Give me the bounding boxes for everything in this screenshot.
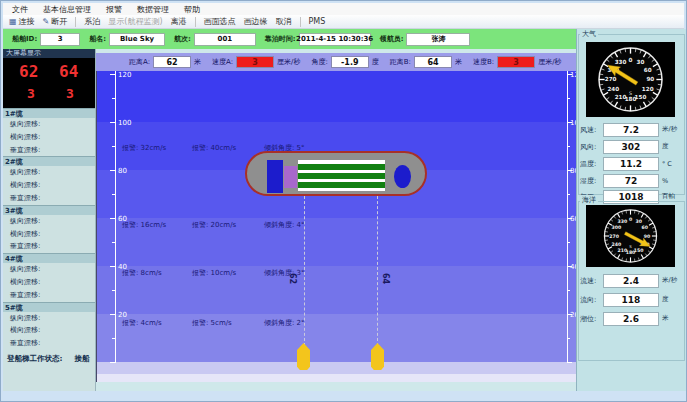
alarm-threshold-row: 报警: 16cm/s报警: 20cm/s倾斜角度: 4° (97, 220, 417, 230)
toolbar-button-label: 系泊 (84, 16, 100, 27)
ship-stern-ellipse (394, 165, 411, 188)
menu-item-3[interactable]: 数据管理 (137, 4, 169, 15)
toolbar-button-9[interactable]: 取消 (276, 16, 292, 27)
chart-field-value-alarm: 3 (497, 56, 535, 68)
alarm-threshold-row: 报警: 4cm/s报警: 5cm/s倾斜角度: 2° (97, 318, 417, 328)
chart-field-unit: 厘米/秒 (538, 57, 561, 67)
left-panel: 大屏幕显示 62 64 3 3 1#缆纵向漂移:横向漂移:垂直漂移:2#缆纵向漂… (3, 49, 96, 391)
compass-number: 90 (646, 76, 654, 82)
sensor-label: 流速: (580, 276, 603, 286)
compass-number: 120 (642, 86, 654, 92)
chart-field-label-0: 距离A: (129, 57, 150, 67)
compass-south-label: S (629, 244, 632, 249)
led-speed-a: 3 (27, 86, 35, 101)
compass-number: 270 (605, 76, 617, 82)
compass-number: 60 (644, 67, 652, 73)
axis-tick (110, 218, 115, 219)
alarm-speed-a: 报警: 32cm/s (122, 143, 192, 153)
info-field-input[interactable]: 3 (40, 33, 80, 46)
alarm-speed-b: 报警: 40cm/s (192, 143, 264, 153)
axis-tick (110, 314, 115, 315)
alarm-speed-b: 报警: 5cm/s (192, 318, 264, 328)
compass-number: 300 (611, 225, 621, 230)
alarm-tilt-angle: 倾斜角度: 4° (264, 220, 305, 230)
wind-direction-gauge: 0306090120150180210240270300330S (586, 42, 675, 117)
toolbar-button-7[interactable]: 画面选点 (204, 16, 236, 27)
axis-minor-tick (112, 242, 115, 243)
toolbar-button-1[interactable]: ✎断开 (43, 16, 68, 27)
chart-field-label-1: 速度A: (212, 57, 233, 67)
gangway-status-label: 登船梯工作状态: (7, 354, 63, 364)
toolbar-button-label: PMS (309, 17, 326, 26)
drift-row: 横向漂移: (3, 276, 95, 289)
drift-row: 垂直漂移: (3, 240, 95, 253)
drift-row: 垂直漂移: (3, 289, 95, 302)
dock-strip (97, 374, 576, 382)
toolbar-button-0[interactable]: ▦连接 (9, 16, 35, 27)
toolbar-button-8[interactable]: 画边缘 (244, 16, 268, 27)
sensor-row: 风速:7.2米/秒 (577, 122, 687, 137)
led-distance-b: 64 (59, 62, 78, 81)
sensor-value: 302 (603, 140, 659, 154)
berthing-chart: 距离A:62米速度A:3厘米/秒角度:-1.9度距离B:64米速度B:3厘米/秒… (96, 49, 576, 391)
axis-tick (110, 362, 115, 363)
plot-area: 62 64 1201008060402012010080604020报警: 32… (96, 71, 576, 382)
toolbar-button-5[interactable]: 离港 (171, 16, 187, 27)
pencil-icon: ✎ (43, 17, 50, 26)
cable-group-header-1: 1#缆 (3, 108, 95, 118)
info-field-input[interactable]: Blue Sky (109, 33, 165, 46)
info-field-label: 船名: (89, 34, 106, 44)
info-field-label: 船舶ID: (12, 34, 37, 44)
chart-field-label-2: 角度: (311, 57, 327, 67)
sensor-unit: % (662, 177, 668, 185)
axis-minor-tick (567, 194, 570, 195)
sensor-row: 风向:302度 (577, 139, 687, 154)
led-speed-b: 3 (66, 86, 74, 101)
menu-item-0[interactable]: 文件 (12, 4, 28, 15)
info-field-input[interactable]: 张涛 (406, 33, 470, 46)
compass-number: 240 (607, 86, 619, 92)
info-field-3: 靠泊时间:2011-4-15 10:30:36 (265, 33, 371, 46)
toolbar-button-label: 连接 (19, 16, 35, 27)
axis-minor-tick (567, 338, 570, 339)
info-field-input[interactable]: 2011-4-15 10:30:36 (299, 33, 371, 46)
menu-item-1[interactable]: 基本信息管理 (43, 4, 91, 15)
alarm-tilt-angle: 倾斜角度: 3° (264, 268, 305, 278)
sensor-label: 潮位: (580, 314, 603, 324)
compass-number: 30 (635, 219, 641, 224)
compass-number: 210 (617, 248, 627, 253)
alarm-threshold-row: 报警: 8cm/s报警: 10cm/s倾斜角度: 3° (97, 268, 417, 278)
toolbar-button-11[interactable]: PMS (309, 17, 326, 26)
sensor-row: 温度:11.2° C (577, 156, 687, 171)
sensor-label: 湿度: (580, 176, 603, 186)
toolbar-button-label: 断开 (51, 16, 67, 27)
chart-field-unit: 度 (372, 57, 379, 67)
drift-row: 横向漂移: (3, 131, 95, 144)
grid-icon: ▦ (9, 17, 17, 26)
chart-field-unit: 米 (194, 57, 201, 67)
toolbar-separator (75, 17, 76, 27)
menu-item-4[interactable]: 帮助 (184, 4, 200, 15)
info-field-1: 船名:Blue Sky (89, 33, 165, 46)
sensor-unit: ° C (662, 160, 672, 168)
menu-item-2[interactable]: 报警 (106, 4, 122, 15)
info-field-input[interactable]: 001 (194, 33, 256, 46)
axis-tick-label: 120 (118, 71, 131, 79)
axis-tick-label: 80 (118, 167, 127, 175)
alarm-speed-b: 报警: 20cm/s (192, 220, 264, 230)
drift-row: 横向漂移: (3, 324, 95, 337)
sensor-label: 流向: (580, 295, 603, 305)
sensor-row: 潮位:2.6米 (577, 311, 687, 326)
cable-group-header-2: 2#缆 (3, 156, 95, 166)
drift-row: 垂直漂移: (3, 144, 95, 157)
drift-row: 横向漂移: (3, 228, 95, 241)
sensor-label: 风速: (580, 125, 603, 135)
toolbar-button-label: 画边缘 (244, 16, 268, 27)
ship-cargo-hatch (298, 160, 385, 191)
compass-number: 330 (617, 219, 627, 224)
toolbar-button-4[interactable]: 显示(航程监测) (108, 16, 162, 27)
right-axis (567, 71, 568, 363)
toolbar-button-3[interactable]: 系泊 (84, 16, 100, 27)
alarm-speed-b: 报警: 10cm/s (192, 268, 264, 278)
chart-field-label-3: 距离B: (390, 57, 411, 67)
